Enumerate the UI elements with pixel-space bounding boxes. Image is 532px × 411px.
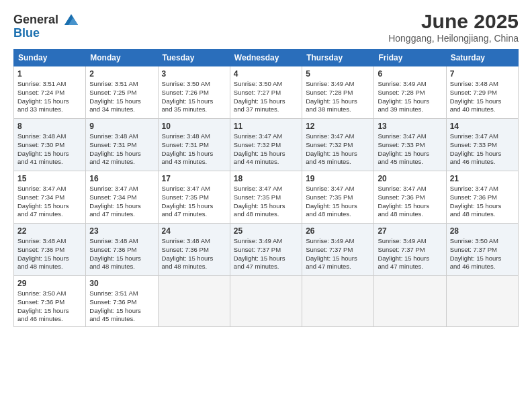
day-info: Sunrise: 3:47 AMSunset: 7:35 PMDaylight:… <box>234 185 298 219</box>
table-row: 29Sunrise: 3:50 AMSunset: 7:36 PMDayligh… <box>14 276 86 327</box>
day-number: 27 <box>378 226 442 236</box>
day-number: 28 <box>450 226 515 236</box>
day-info: Sunrise: 3:49 AMSunset: 7:28 PMDaylight:… <box>306 80 370 114</box>
table-row: 3Sunrise: 3:50 AMSunset: 7:26 PMDaylight… <box>158 66 230 119</box>
day-info: Sunrise: 3:49 AMSunset: 7:37 PMDaylight:… <box>306 237 370 271</box>
day-info: Sunrise: 3:48 AMSunset: 7:31 PMDaylight:… <box>162 132 226 167</box>
table-row: 21Sunrise: 3:47 AMSunset: 7:36 PMDayligh… <box>446 171 518 224</box>
day-info: Sunrise: 3:49 AMSunset: 7:28 PMDaylight:… <box>378 80 442 114</box>
table-row: 15Sunrise: 3:47 AMSunset: 7:34 PMDayligh… <box>14 171 86 224</box>
day-info: Sunrise: 3:50 AMSunset: 7:36 PMDaylight:… <box>17 289 82 324</box>
day-number: 9 <box>89 122 154 131</box>
day-number: 13 <box>378 122 442 131</box>
table-row: 7Sunrise: 3:48 AMSunset: 7:29 PMDaylight… <box>446 66 518 119</box>
day-info: Sunrise: 3:48 AMSunset: 7:29 PMDaylight:… <box>450 80 515 114</box>
day-info: Sunrise: 3:48 AMSunset: 7:36 PMDaylight:… <box>162 237 226 271</box>
title-block: June 2025 Honggang, Heilongjiang, China <box>388 10 519 44</box>
day-number: 1 <box>17 69 82 79</box>
table-row <box>446 276 518 327</box>
day-info: Sunrise: 3:50 AMSunset: 7:27 PMDaylight:… <box>234 80 298 114</box>
day-info: Sunrise: 3:47 AMSunset: 7:32 PMDaylight:… <box>234 132 298 167</box>
day-info: Sunrise: 3:48 AMSunset: 7:36 PMDaylight:… <box>17 237 82 271</box>
day-number: 2 <box>89 69 154 79</box>
col-friday: Friday <box>374 50 446 66</box>
table-row: 13Sunrise: 3:47 AMSunset: 7:33 PMDayligh… <box>374 119 446 171</box>
table-row: 17Sunrise: 3:47 AMSunset: 7:35 PMDayligh… <box>158 171 230 224</box>
calendar-table: Sunday Monday Tuesday Wednesday Thursday… <box>13 49 519 327</box>
table-row: 9Sunrise: 3:48 AMSunset: 7:31 PMDaylight… <box>86 119 158 171</box>
table-row <box>302 276 374 327</box>
day-number: 15 <box>17 174 82 183</box>
table-row: 30Sunrise: 3:51 AMSunset: 7:36 PMDayligh… <box>86 276 158 327</box>
day-number: 24 <box>162 226 226 236</box>
logo-general-text: General <box>13 13 58 27</box>
day-number: 21 <box>450 174 515 183</box>
day-info: Sunrise: 3:47 AMSunset: 7:35 PMDaylight:… <box>306 185 370 219</box>
day-number: 26 <box>306 226 370 236</box>
day-info: Sunrise: 3:48 AMSunset: 7:36 PMDaylight:… <box>89 237 154 271</box>
day-number: 17 <box>162 174 226 183</box>
table-row: 23Sunrise: 3:48 AMSunset: 7:36 PMDayligh… <box>86 224 158 276</box>
day-info: Sunrise: 3:47 AMSunset: 7:33 PMDaylight:… <box>450 132 515 167</box>
day-number: 22 <box>17 226 82 236</box>
month-title: June 2025 <box>388 10 519 33</box>
day-info: Sunrise: 3:51 AMSunset: 7:36 PMDaylight:… <box>89 289 154 324</box>
table-row: 24Sunrise: 3:48 AMSunset: 7:36 PMDayligh… <box>158 224 230 276</box>
table-row: 10Sunrise: 3:48 AMSunset: 7:31 PMDayligh… <box>158 119 230 171</box>
day-number: 7 <box>450 69 515 79</box>
day-info: Sunrise: 3:48 AMSunset: 7:31 PMDaylight:… <box>89 132 154 167</box>
table-row: 5Sunrise: 3:49 AMSunset: 7:28 PMDaylight… <box>302 66 374 119</box>
day-number: 18 <box>234 174 298 183</box>
table-row: 16Sunrise: 3:47 AMSunset: 7:34 PMDayligh… <box>86 171 158 224</box>
table-row: 8Sunrise: 3:48 AMSunset: 7:30 PMDaylight… <box>14 119 86 171</box>
day-info: Sunrise: 3:47 AMSunset: 7:34 PMDaylight:… <box>89 185 154 219</box>
day-number: 8 <box>17 122 82 131</box>
day-number: 12 <box>306 122 370 131</box>
table-row: 26Sunrise: 3:49 AMSunset: 7:37 PMDayligh… <box>302 224 374 276</box>
day-number: 4 <box>234 69 298 79</box>
day-number: 30 <box>89 279 154 288</box>
table-row: 22Sunrise: 3:48 AMSunset: 7:36 PMDayligh… <box>14 224 86 276</box>
col-sunday: Sunday <box>14 50 86 66</box>
day-info: Sunrise: 3:47 AMSunset: 7:36 PMDaylight:… <box>378 185 442 219</box>
col-saturday: Saturday <box>446 50 518 66</box>
day-number: 29 <box>17 279 82 288</box>
table-row: 20Sunrise: 3:47 AMSunset: 7:36 PMDayligh… <box>374 171 446 224</box>
col-thursday: Thursday <box>302 50 374 66</box>
table-row <box>230 276 302 327</box>
table-row: 18Sunrise: 3:47 AMSunset: 7:35 PMDayligh… <box>230 171 302 224</box>
table-row: 4Sunrise: 3:50 AMSunset: 7:27 PMDaylight… <box>230 66 302 119</box>
day-info: Sunrise: 3:50 AMSunset: 7:26 PMDaylight:… <box>162 80 226 114</box>
table-row: 11Sunrise: 3:47 AMSunset: 7:32 PMDayligh… <box>230 119 302 171</box>
day-info: Sunrise: 3:49 AMSunset: 7:37 PMDaylight:… <box>234 237 298 271</box>
table-row: 14Sunrise: 3:47 AMSunset: 7:33 PMDayligh… <box>446 119 518 171</box>
table-row: 2Sunrise: 3:51 AMSunset: 7:25 PMDaylight… <box>86 66 158 119</box>
day-info: Sunrise: 3:51 AMSunset: 7:25 PMDaylight:… <box>89 80 154 114</box>
day-info: Sunrise: 3:47 AMSunset: 7:33 PMDaylight:… <box>378 132 442 167</box>
logo: General Blue <box>13 10 81 40</box>
table-row: 12Sunrise: 3:47 AMSunset: 7:32 PMDayligh… <box>302 119 374 171</box>
day-number: 14 <box>450 122 515 131</box>
day-number: 11 <box>234 122 298 131</box>
day-info: Sunrise: 3:48 AMSunset: 7:30 PMDaylight:… <box>17 132 82 167</box>
day-number: 20 <box>378 174 442 183</box>
table-row: 6Sunrise: 3:49 AMSunset: 7:28 PMDaylight… <box>374 66 446 119</box>
logo-icon <box>62 10 81 29</box>
header: General Blue June 2025 Honggang, Heilong… <box>13 10 519 44</box>
day-number: 3 <box>162 69 226 79</box>
day-info: Sunrise: 3:51 AMSunset: 7:24 PMDaylight:… <box>17 80 82 114</box>
table-row: 27Sunrise: 3:49 AMSunset: 7:37 PMDayligh… <box>374 224 446 276</box>
table-row: 1Sunrise: 3:51 AMSunset: 7:24 PMDaylight… <box>14 66 86 119</box>
col-tuesday: Tuesday <box>158 50 230 66</box>
table-row <box>374 276 446 327</box>
day-number: 25 <box>234 226 298 236</box>
day-info: Sunrise: 3:47 AMSunset: 7:35 PMDaylight:… <box>162 185 226 219</box>
day-number: 10 <box>162 122 226 131</box>
table-row <box>158 276 230 327</box>
day-number: 6 <box>378 69 442 79</box>
day-info: Sunrise: 3:47 AMSunset: 7:36 PMDaylight:… <box>450 185 515 219</box>
page: General Blue June 2025 Honggang, Heilong… <box>0 0 532 411</box>
day-number: 16 <box>89 174 154 183</box>
day-info: Sunrise: 3:47 AMSunset: 7:34 PMDaylight:… <box>17 185 82 219</box>
day-number: 23 <box>89 226 154 236</box>
